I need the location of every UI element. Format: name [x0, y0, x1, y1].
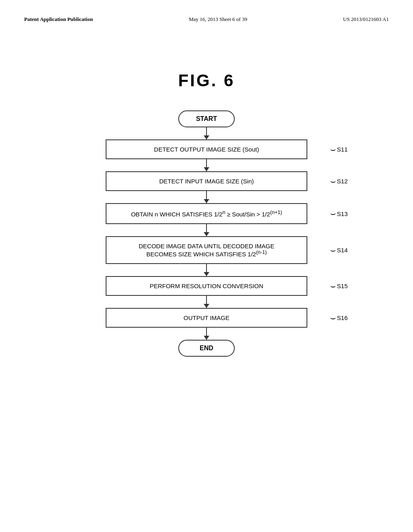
step-s15-box: PERFORM RESOLUTION CONVERSION — [106, 276, 307, 296]
arrow-s14-s15 — [206, 264, 207, 276]
header-publication-label: Patent Application Publication — [24, 16, 93, 23]
step-s15-curve: ⌣ — [330, 282, 336, 291]
step-s14-box: DECODE IMAGE DATA UNTIL DECODED IMAGEBEC… — [106, 236, 307, 264]
step-s14-id: S14 — [337, 247, 348, 254]
step-s15-label: ⌣ S15 — [330, 282, 348, 291]
step-s11-row: DETECT OUTPUT IMAGE SIZE (Sout) ⌣ S11 — [65, 139, 348, 159]
end-node: END — [178, 340, 235, 357]
header-patent-number: US 2013/0121603 A1 — [343, 16, 389, 23]
step-s12-label: ⌣ S12 — [330, 177, 348, 186]
figure-title: FIG. 6 — [24, 71, 389, 90]
page-header: Patent Application Publication May 16, 2… — [24, 16, 389, 23]
step-s16-row: OUTPUT IMAGE ⌣ S16 — [65, 308, 348, 328]
step-s12: DETECT INPUT IMAGE SIZE (Sin) ⌣ S12 — [65, 171, 348, 203]
header-date-sheet: May 16, 2013 Sheet 6 of 39 — [189, 16, 247, 23]
arrow-s13-s14 — [206, 224, 207, 236]
start-node: START — [178, 110, 235, 139]
step-s16-curve: ⌣ — [330, 314, 336, 322]
step-s13-curve: ⌣ — [330, 209, 336, 218]
step-s13-row: OBTAIN n WHICH SATISFIES 1/2n ≥ Sout/Sin… — [65, 203, 348, 224]
step-s13: OBTAIN n WHICH SATISFIES 1/2n ≥ Sout/Sin… — [65, 203, 348, 236]
step-s14: DECODE IMAGE DATA UNTIL DECODED IMAGEBEC… — [65, 236, 348, 276]
page: Patent Application Publication May 16, 2… — [0, 0, 413, 532]
step-s11-id: S11 — [337, 146, 348, 153]
step-s15-row: PERFORM RESOLUTION CONVERSION ⌣ S15 — [65, 276, 348, 296]
step-s11-label: ⌣ S11 — [330, 145, 348, 154]
step-s16-box: OUTPUT IMAGE — [106, 308, 307, 328]
step-s16-label: ⌣ S16 — [330, 314, 348, 322]
arrow-s11-s12 — [206, 159, 207, 171]
step-s15-id: S15 — [337, 283, 348, 289]
step-s15: PERFORM RESOLUTION CONVERSION ⌣ S15 — [65, 276, 348, 308]
step-s16-id: S16 — [337, 314, 348, 321]
step-s12-row: DETECT INPUT IMAGE SIZE (Sin) ⌣ S12 — [65, 171, 348, 191]
start-oval: START — [178, 110, 235, 127]
step-s11-curve: ⌣ — [330, 145, 336, 154]
step-s16: OUTPUT IMAGE ⌣ S16 — [65, 308, 348, 340]
step-s12-box: DETECT INPUT IMAGE SIZE (Sin) — [106, 171, 307, 191]
step-s11: DETECT OUTPUT IMAGE SIZE (Sout) ⌣ S11 — [65, 139, 348, 171]
arrow-s16-end — [206, 328, 207, 340]
step-s11-box: DETECT OUTPUT IMAGE SIZE (Sout) — [106, 139, 307, 159]
step-s13-label: ⌣ S13 — [330, 209, 348, 218]
step-s14-curve: ⌣ — [330, 246, 336, 255]
arrow-s15-s16 — [206, 296, 207, 308]
step-s14-label: ⌣ S14 — [330, 246, 348, 255]
flowchart: START DETECT OUTPUT IMAGE SIZE (Sout) ⌣ … — [24, 110, 389, 357]
arrow-start-s11 — [206, 127, 207, 139]
step-s14-row: DECODE IMAGE DATA UNTIL DECODED IMAGEBEC… — [65, 236, 348, 264]
step-s12-curve: ⌣ — [330, 177, 336, 186]
end-oval: END — [178, 340, 235, 357]
step-s12-id: S12 — [337, 178, 348, 185]
step-s13-id: S13 — [337, 210, 348, 217]
arrow-s12-s13 — [206, 191, 207, 203]
step-s13-box: OBTAIN n WHICH SATISFIES 1/2n ≥ Sout/Sin… — [106, 203, 307, 224]
